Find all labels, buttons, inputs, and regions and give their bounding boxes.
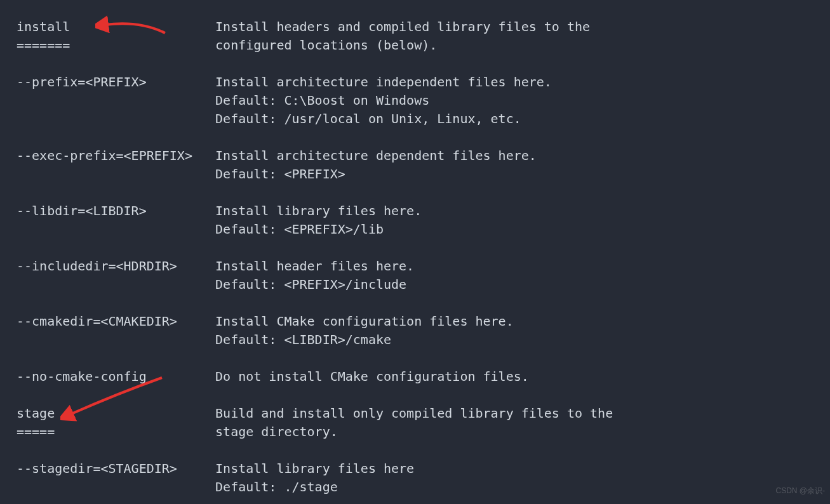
- help-text-line: [17, 128, 813, 147]
- help-text-line: Default: <EPREFIX>/lib: [17, 220, 813, 239]
- help-text-line: --cmakedir=<CMAKEDIR> Install CMake conf…: [17, 312, 813, 331]
- help-text-line: Default: <LIBDIR>/cmake: [17, 331, 813, 349]
- help-text-line: [17, 55, 813, 73]
- help-text-line: ======= configured locations (below).: [17, 36, 813, 55]
- help-text-line: --exec-prefix=<EPREFIX> Install architec…: [17, 147, 813, 165]
- help-text-line: [17, 239, 813, 257]
- help-text-line: ===== stage directory.: [17, 423, 813, 441]
- help-text-block: install Install headers and compiled lib…: [17, 18, 813, 496]
- help-text-line: [17, 386, 813, 404]
- help-text-line: [17, 349, 813, 368]
- help-text-line: Default: <PREFIX>: [17, 165, 813, 183]
- help-text-line: --prefix=<PREFIX> Install architecture i…: [17, 73, 813, 91]
- help-text-line: --libdir=<LIBDIR> Install library files …: [17, 202, 813, 220]
- help-text-line: --no-cmake-config Do not install CMake c…: [17, 368, 813, 386]
- help-text-line: Default: C:\Boost on Windows: [17, 91, 813, 110]
- help-text-line: Default: /usr/local on Unix, Linux, etc.: [17, 110, 813, 128]
- help-text-line: Default: ./stage: [17, 478, 813, 496]
- help-text-line: [17, 183, 813, 202]
- help-text-line: stage Build and install only compiled li…: [17, 404, 813, 423]
- help-text-line: [17, 441, 813, 460]
- help-text-line: --stagedir=<STAGEDIR> Install library fi…: [17, 460, 813, 478]
- help-text-line: Default: <PREFIX>/include: [17, 275, 813, 294]
- help-text-line: install Install headers and compiled lib…: [17, 18, 813, 36]
- watermark: CSDN @余识-: [775, 482, 825, 500]
- help-text-line: [17, 294, 813, 312]
- help-text-line: --includedir=<HDRDIR> Install header fil…: [17, 257, 813, 275]
